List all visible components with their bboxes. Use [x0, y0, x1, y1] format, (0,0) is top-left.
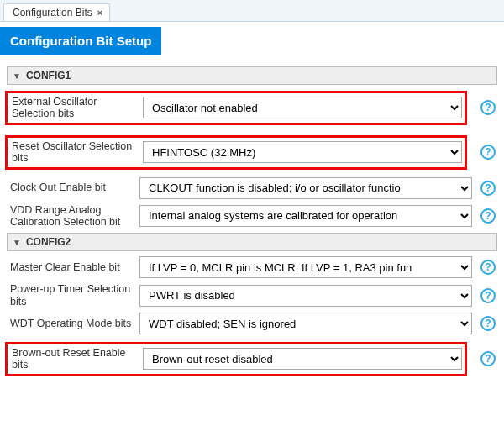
label-wdt: WDT Operating Mode bits	[7, 318, 133, 329]
tab-label: Configuration Bits	[13, 7, 92, 18]
close-icon[interactable]: ×	[97, 8, 102, 18]
select-ext-osc[interactable]: Oscillator not enabled	[143, 97, 462, 118]
select-bor[interactable]: Brown-out reset disabled	[143, 348, 462, 370]
tab-bar: Configuration Bits ×	[0, 0, 504, 22]
help-icon: ?	[480, 351, 496, 366]
section-title: CONFIG1	[26, 70, 71, 82]
label-vdd-cal: VDD Range Analog Calibration Selection b…	[7, 204, 133, 229]
help-bor[interactable]: ?	[479, 351, 497, 366]
select-vdd-cal[interactable]: Internal analog systems are calibrated f…	[139, 205, 472, 227]
help-icon: ?	[480, 288, 496, 303]
select-clkout[interactable]: CLKOUT function is disabled; i/o or osci…	[139, 177, 472, 199]
chevron-down-icon: ▼	[13, 238, 21, 247]
help-pwrt[interactable]: ?	[479, 288, 497, 303]
help-icon: ?	[480, 100, 496, 115]
help-mclr[interactable]: ?	[479, 260, 497, 275]
tab-config-bits[interactable]: Configuration Bits ×	[3, 3, 110, 21]
section-config2-header[interactable]: ▼ CONFIG2	[7, 233, 497, 251]
help-icon: ?	[480, 145, 496, 160]
row-bor: Brown-out Reset Enable bits Brown-out re…	[5, 342, 467, 376]
help-icon: ?	[480, 316, 496, 331]
help-icon: ?	[480, 181, 496, 196]
row-rst-osc: Reset Oscillator Selection bits HFINTOSC…	[5, 135, 467, 170]
help-ext-osc[interactable]: ?	[479, 100, 497, 115]
help-icon: ?	[480, 260, 496, 275]
select-mclr[interactable]: If LVP = 0, MCLR pin is MCLR; If LVP = 1…	[139, 256, 472, 278]
select-pwrt[interactable]: PWRT is disabled	[139, 285, 472, 307]
chevron-down-icon: ▼	[13, 71, 21, 81]
row-ext-osc: External Oscillator Selection bits Oscil…	[5, 91, 467, 125]
help-clkout[interactable]: ?	[479, 181, 497, 196]
label-bor: Brown-out Reset Enable bits	[10, 347, 136, 371]
row-wdt: WDT Operating Mode bits WDT disabled; SE…	[7, 313, 497, 334]
help-icon: ?	[480, 208, 496, 224]
label-pwrt: Power-up Timer Selection bits	[7, 283, 133, 308]
label-mclr: Master Clear Enable bit	[7, 261, 133, 273]
row-clkout: Clock Out Enable bit CLKOUT function is …	[7, 177, 497, 199]
row-vdd-cal: VDD Range Analog Calibration Selection b…	[7, 204, 497, 229]
select-wdt[interactable]: WDT disabled; SEN is ignored	[139, 313, 472, 334]
section-config1-header[interactable]: ▼ CONFIG1	[7, 66, 497, 85]
page-title: Configuration Bit Setup	[0, 27, 161, 55]
select-rst-osc[interactable]: HFINTOSC (32 MHz)	[143, 141, 462, 163]
row-pwrt: Power-up Timer Selection bits PWRT is di…	[7, 283, 497, 308]
label-rst-osc: Reset Oscillator Selection bits	[10, 140, 136, 165]
row-mclr: Master Clear Enable bit If LVP = 0, MCLR…	[7, 256, 497, 278]
help-rst-osc[interactable]: ?	[479, 145, 497, 160]
help-wdt[interactable]: ?	[479, 316, 497, 331]
help-vdd-cal[interactable]: ?	[479, 208, 497, 224]
section-title: CONFIG2	[26, 236, 71, 248]
label-ext-osc: External Oscillator Selection bits	[10, 96, 136, 120]
label-clkout: Clock Out Enable bit	[7, 181, 133, 193]
